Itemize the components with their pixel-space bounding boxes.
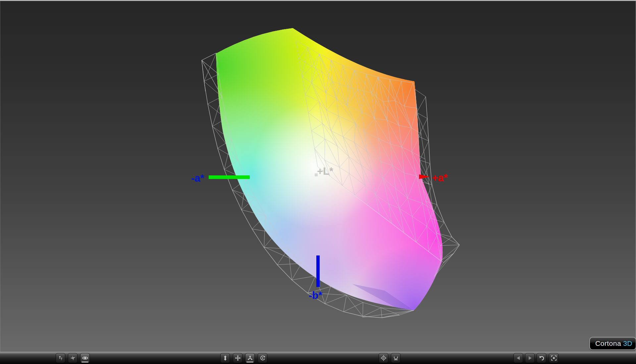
prev-viewpoint-button[interactable] xyxy=(513,353,523,363)
pan-button[interactable] xyxy=(233,353,242,363)
seek-button[interactable] xyxy=(379,353,388,363)
right-triangle-icon xyxy=(527,355,533,361)
fit-window-button[interactable] xyxy=(549,353,558,363)
walk-button[interactable] xyxy=(56,353,65,363)
viewer-toolbar xyxy=(0,352,636,364)
undo-arrow-icon xyxy=(539,355,545,361)
eye-icon xyxy=(82,355,88,361)
neg-b-axis-line xyxy=(316,255,320,287)
brand-text: Cortona xyxy=(595,340,621,347)
neg-a-axis-label: -a* xyxy=(191,172,205,184)
neg-a-axis-line xyxy=(209,175,250,179)
footprints-icon xyxy=(58,355,64,361)
fly-star-icon xyxy=(70,355,76,361)
cortona3d-window: -a* +a* -b* +L* Cortona3D xyxy=(0,0,636,364)
horizon-icon xyxy=(393,355,399,361)
go-up-down-button[interactable] xyxy=(220,353,230,363)
pan-arrows-icon xyxy=(235,355,241,361)
cortona3d-logo-badge[interactable]: Cortona3D xyxy=(589,337,636,350)
restore-viewpoint-button[interactable] xyxy=(537,353,546,363)
turn-arrows-icon xyxy=(247,355,253,361)
gamut-model[interactable]: -a* +a* -b* +L* xyxy=(0,1,636,352)
3d-viewport[interactable]: -a* +a* -b* +L* Cortona3D xyxy=(0,1,636,352)
pos-l-axis-label: +L* xyxy=(317,165,334,177)
brand-suffix: 3D xyxy=(623,340,632,347)
examine-button[interactable] xyxy=(80,353,90,363)
pos-a-axis-label: +a* xyxy=(432,172,448,184)
fly-button[interactable] xyxy=(68,353,78,363)
cortona3d-star-icon xyxy=(593,340,593,347)
orbit-arrow-icon xyxy=(260,355,266,361)
fit-frame-icon xyxy=(551,355,557,361)
spin-button[interactable] xyxy=(258,353,267,363)
left-triangle-icon xyxy=(515,355,521,361)
turn-button[interactable] xyxy=(245,353,255,363)
vertical-arrows-icon xyxy=(222,355,228,361)
neg-b-axis-label: -b* xyxy=(309,290,323,301)
crosshair-icon xyxy=(381,355,387,361)
window-top-edge xyxy=(0,0,636,1)
next-viewpoint-button[interactable] xyxy=(525,353,535,363)
straighten-button[interactable] xyxy=(391,353,400,363)
